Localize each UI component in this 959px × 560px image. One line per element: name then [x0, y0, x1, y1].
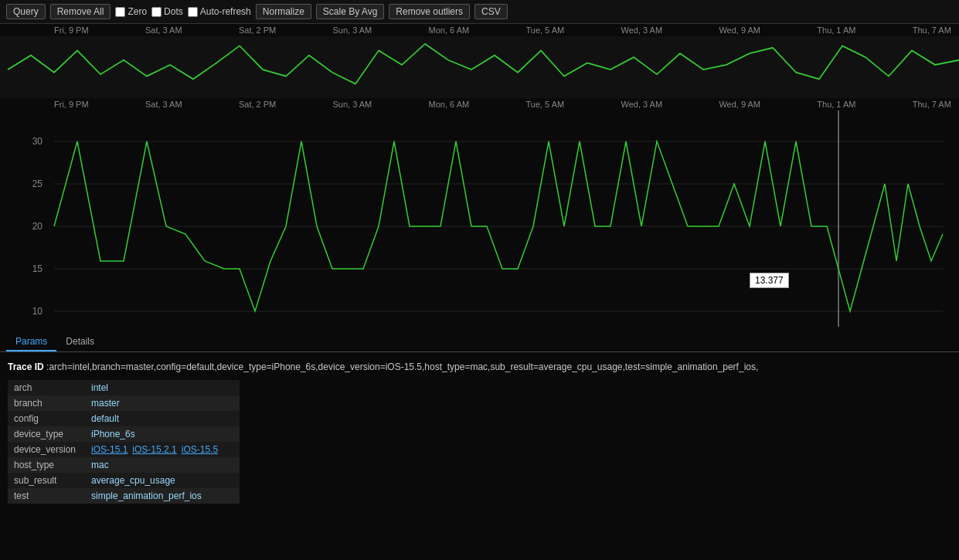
overview-time-labels: Fri, 9 PM Sat, 3 AM Sat, 2 PM Sun, 3 AM … — [0, 24, 959, 36]
overview-time-6: Wed, 3 AM — [621, 25, 662, 35]
auto-refresh-checkbox-label[interactable]: Auto-refresh — [188, 6, 251, 17]
param-key: arch — [8, 380, 85, 395]
params-panel: Trace ID :arch=intel,branch=master,confi… — [0, 352, 959, 513]
svg-text:25: 25 — [32, 178, 43, 189]
normalize-button[interactable]: Normalize — [256, 4, 311, 19]
param-value: average_cpu_usage — [85, 473, 240, 488]
table-row: device_versioniOS-15.1iOS-15.2.1iOS-15.5 — [8, 442, 240, 457]
remove-outliers-button[interactable]: Remove outliers — [389, 4, 470, 19]
dots-checkbox[interactable] — [151, 7, 162, 17]
overview-time-3: Sun, 3 AM — [333, 25, 372, 35]
svg-text:10: 10 — [32, 306, 43, 317]
remove-all-button[interactable]: Remove All — [50, 4, 111, 19]
param-key: config — [8, 411, 85, 426]
zero-checkbox[interactable] — [115, 7, 125, 17]
tabs: Params Details — [0, 327, 959, 352]
param-key: test — [8, 488, 85, 504]
main-time-labels: Fri, 9 PM Sat, 3 AM Sat, 2 PM Sun, 3 AM … — [0, 98, 959, 110]
param-value: intel — [85, 380, 240, 395]
overview-time-7: Wed, 9 AM — [719, 25, 760, 35]
main-time-8: Thu, 1 AM — [817, 100, 855, 109]
svg-rect-1 — [0, 110, 959, 327]
dots-checkbox-label[interactable]: Dots — [151, 6, 183, 17]
param-key: branch — [8, 395, 85, 411]
main-time-3: Sun, 3 AM — [333, 100, 372, 109]
main-chart-container[interactable]: 30 25 20 15 10 13.377 — [0, 110, 959, 327]
trace-id-label: Trace ID — [8, 361, 44, 372]
zero-label: Zero — [128, 6, 147, 17]
auto-refresh-checkbox[interactable] — [188, 7, 198, 17]
trace-id-line: Trace ID :arch=intel,branch=master,confi… — [8, 361, 951, 372]
tab-params[interactable]: Params — [6, 333, 56, 351]
table-row: device_typeiPhone_6s — [8, 426, 240, 442]
svg-rect-0 — [0, 36, 959, 98]
version-link[interactable]: iOS-15.5 — [182, 444, 218, 455]
param-value[interactable]: iOS-15.1iOS-15.2.1iOS-15.5 — [85, 442, 240, 457]
params-table: archintelbranchmasterconfigdefaultdevice… — [8, 380, 240, 504]
overview-chart[interactable] — [0, 36, 959, 98]
csv-button[interactable]: CSV — [474, 4, 508, 19]
table-row: branchmaster — [8, 395, 240, 411]
overview-time-5: Tue, 5 AM — [525, 25, 564, 35]
query-button[interactable]: Query — [6, 4, 46, 19]
param-key: host_type — [8, 457, 85, 473]
scale-by-avg-button[interactable]: Scale By Avg — [316, 4, 385, 19]
zero-checkbox-label[interactable]: Zero — [115, 6, 147, 17]
param-key: device_type — [8, 426, 85, 442]
table-row: configdefault — [8, 411, 240, 426]
main-time-0: Fri, 9 PM — [54, 100, 89, 109]
overview-time-0: Fri, 9 PM — [54, 25, 89, 35]
svg-text:30: 30 — [32, 136, 43, 147]
overview-time-1: Sat, 3 AM — [145, 25, 182, 35]
table-row: archintel — [8, 380, 240, 395]
version-link[interactable]: iOS-15.1 — [91, 444, 128, 455]
main-time-9: Thu, 7 AM — [913, 100, 951, 109]
param-value: mac — [85, 457, 240, 473]
param-key: device_version — [8, 442, 85, 457]
main-time-2: Sat, 2 PM — [239, 100, 276, 109]
tab-details[interactable]: Details — [56, 333, 104, 351]
main-time-6: Wed, 3 AM — [621, 100, 662, 109]
table-row: host_typemac — [8, 457, 240, 473]
param-value: iPhone_6s — [85, 426, 240, 442]
overview-time-9: Thu, 7 AM — [913, 25, 951, 35]
toolbar: Query Remove All Zero Dots Auto-refresh … — [0, 0, 959, 24]
overview-time-8: Thu, 1 AM — [817, 25, 855, 35]
svg-text:20: 20 — [32, 221, 43, 232]
main-time-7: Wed, 9 AM — [719, 100, 760, 109]
dots-label: Dots — [164, 6, 183, 17]
overview-chart-section: Fri, 9 PM Sat, 3 AM Sat, 2 PM Sun, 3 AM … — [0, 24, 959, 98]
auto-refresh-label: Auto-refresh — [200, 6, 251, 17]
param-key: sub_result — [8, 473, 85, 488]
main-time-4: Mon, 6 AM — [429, 100, 470, 109]
param-value: default — [85, 411, 240, 426]
table-row: testsimple_animation_perf_ios — [8, 488, 240, 504]
overview-time-2: Sat, 2 PM — [239, 25, 276, 35]
main-time-5: Tue, 5 AM — [525, 100, 564, 109]
svg-text:15: 15 — [32, 263, 43, 274]
table-row: sub_resultaverage_cpu_usage — [8, 473, 240, 488]
version-link[interactable]: iOS-15.2.1 — [132, 444, 176, 455]
main-time-1: Sat, 3 AM — [145, 100, 182, 109]
main-chart: 30 25 20 15 10 — [0, 110, 959, 327]
overview-time-4: Mon, 6 AM — [429, 25, 470, 35]
trace-id-value: :arch=intel,branch=master,config=default… — [46, 361, 758, 372]
param-value: simple_animation_perf_ios — [85, 488, 240, 504]
param-value: master — [85, 395, 240, 411]
